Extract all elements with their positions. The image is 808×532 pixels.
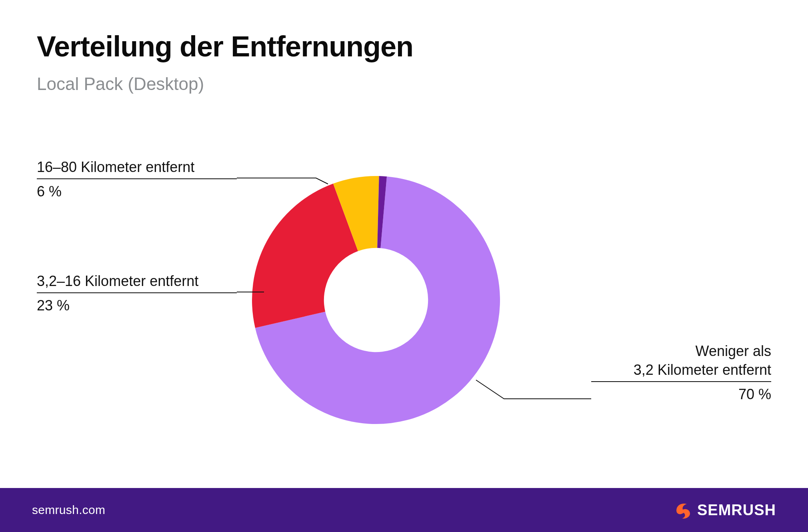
brand-name: SEMRUSH: [697, 502, 776, 519]
slice-label-value: 6 %: [37, 181, 237, 200]
slice-label-name-line2: 3,2 Kilometer entfernt: [591, 361, 771, 380]
donut-chart: [0, 0, 808, 532]
slice-label-name: 16–80 Kilometer entfernt: [37, 158, 237, 177]
label-divider: [591, 381, 771, 382]
donut-svg: [0, 0, 808, 532]
leader-line: [476, 380, 591, 399]
label-divider: [37, 292, 237, 293]
semrush-flame-icon: [673, 501, 692, 519]
slice-label-value: 23 %: [37, 295, 237, 314]
brand-block: SEMRUSH: [673, 501, 776, 519]
slice-label-lt-3: Weniger als 3,2 Kilometer entfernt 70 %: [591, 342, 771, 403]
slice-label-value: 70 %: [591, 384, 771, 403]
slice-label-3-16: 3,2–16 Kilometer entfernt 23 %: [37, 272, 237, 314]
footer-url: semrush.com: [32, 503, 105, 517]
slice-label-16-80: 16–80 Kilometer entfernt 6 %: [37, 158, 237, 200]
chart-page: Verteilung der Entfernungen Local Pack (…: [0, 0, 808, 532]
slice-label-name-line1: Weniger als: [591, 342, 771, 361]
svg-point-0: [678, 509, 681, 512]
slice-label-name: 3,2–16 Kilometer entfernt: [37, 272, 237, 291]
leader-line: [237, 178, 328, 184]
label-divider: [37, 178, 237, 179]
footer-bar: semrush.com SEMRUSH: [0, 488, 808, 532]
